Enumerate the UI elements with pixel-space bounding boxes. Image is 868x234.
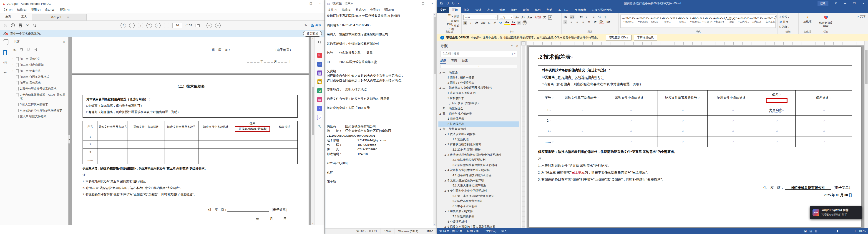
previous-page-button[interactable]: ↑	[129, 23, 135, 28]
grow-font-button[interactable]: A˄	[515, 16, 519, 19]
select-button[interactable]: ▷ 选择 ▾	[779, 25, 797, 29]
previous-view-button[interactable]: ←	[155, 23, 160, 28]
styles-more-button[interactable]: ▾	[774, 15, 777, 19]
minimize-button[interactable]: ─	[409, 0, 418, 7]
new-bookmark-icon[interactable]	[27, 48, 30, 52]
zoom-in-button[interactable]: +	[855, 230, 856, 233]
nav-item[interactable]: 2 附件2：分项报价表	[438, 80, 519, 86]
tab-selector[interactable]: L	[521, 41, 526, 46]
nav-options-icon[interactable]: ▾	[511, 44, 513, 48]
style-item[interactable]: AaBbCcDcfont71	[675, 16, 689, 27]
protect-icon[interactable]: ◇	[317, 115, 322, 120]
bookmark-item[interactable]: ›第三章 评审办法	[11, 68, 67, 74]
nav-item[interactable]: ◢2 财务状况报告的证明材料	[438, 142, 519, 147]
word-titlebar[interactable]: ↺ ↻ ▾ 国药器械-医疗设备采购06批-投标文件 - Word 登录 ⊓ ─ …	[437, 0, 868, 7]
zoom-out-button[interactable]: −	[820, 230, 822, 233]
paste-dropdown-icon[interactable]: ▾	[449, 27, 450, 29]
next-page-button[interactable]: ↓	[138, 23, 143, 28]
attachments-icon[interactable]: ✇	[3, 60, 7, 65]
expand-bookmark-icon[interactable]	[34, 48, 37, 52]
pdf-checkbox-has-deviation[interactable]: □有偏离（如有偏离，则应按照注释要求在本表中对偏离项逐一列明）	[86, 110, 294, 114]
sign-in-button[interactable]: 登录	[817, 1, 829, 6]
language-indicator[interactable]: 中文(中国)	[484, 229, 496, 233]
pdf-checkbox-no-deviation[interactable]: □无偏离（如无偏离，仅勾选无偏离即可）	[86, 104, 294, 108]
fill-sign-icon[interactable]: ✎	[317, 106, 322, 111]
bookmark-item[interactable]: 1.激光包埋盒打号机采购需求	[11, 86, 67, 92]
bookmark-item[interactable]: ›第一章 采购公告	[11, 56, 67, 62]
comment-pencil-icon[interactable]: ✎	[305, 23, 307, 28]
bookmark-item[interactable]: 第四章 合同条款及格式	[11, 74, 67, 80]
clear-formatting-button[interactable]: A⌫	[534, 16, 541, 19]
minimize-button[interactable]: ─	[841, 2, 850, 5]
signature-panel-button[interactable]: 签名面板	[303, 31, 322, 37]
last-page-button[interactable]: ↧	[147, 23, 152, 28]
tab-baidu-netdisk[interactable]: 百度网盘	[571, 7, 589, 13]
menu-view[interactable]: 查看(V)	[368, 7, 382, 13]
bookmark-item[interactable]: 第五章 采购需求	[11, 80, 67, 86]
word-document-area[interactable]: .2 技术偏差表↵ 对本项目技术条款的偏离情况（请进行勾选）： ☑无偏离（如无偏…	[527, 41, 868, 228]
style-item[interactable]: AaBbCcI↵标题 #5	[713, 16, 725, 27]
bookmark-options-icon[interactable]: ≡▾	[13, 48, 17, 52]
nav-tab-pages[interactable]: 页面	[451, 59, 457, 64]
notepad-titlebar[interactable]: ▤ *无标题 - 记事本 ─ ❐ ×	[326, 0, 437, 7]
nav-item[interactable]: ◢4 设备和专业技术能力的证明材料	[438, 168, 519, 173]
zoom-slider-knob[interactable]	[837, 230, 838, 232]
align-right-button[interactable]: ≡	[575, 20, 579, 24]
underline-button[interactable]: U▾	[474, 21, 479, 25]
tab-acrobat[interactable]: Acrobat	[555, 7, 571, 13]
signatures-icon[interactable]: ✒	[3, 70, 7, 76]
acrobat-titlebar[interactable]: ▲ J078.pdf - Adobe Acrobat Pro DC ─ ❐ ×	[0, 0, 324, 7]
nav-item[interactable]: 三、 开启记录表（软件里填）	[438, 101, 519, 106]
nav-item[interactable]: ◢1 依法设立的证明材料	[438, 132, 519, 137]
nav-item[interactable]: 6.1 第二类医疗器械经营备案凭证	[438, 194, 519, 199]
style-item[interactable]: AaBbC(↵标题一、	[725, 16, 737, 27]
nav-item-selected[interactable]: 2 技术偏差表	[438, 121, 519, 127]
pdf-document-area[interactable]: 供 应 商： （电子签章） ＿＿＿＿年＿＿＿月＿＿＿日 （二）技术偏差表 对本项…	[68, 37, 314, 225]
align-left-button[interactable]: ≡	[563, 20, 567, 24]
tab-home[interactable]: 主页	[0, 13, 16, 21]
collapse-panel-handle[interactable]: ◀	[68, 135, 70, 144]
bookmark-item[interactable]: ›第二章 供应商须知	[11, 62, 67, 68]
bookmark-item[interactable]: ›第六章 响应文件格式	[11, 114, 67, 119]
expand-arrow-icon[interactable]: ›	[12, 57, 15, 60]
close-button[interactable]: ×	[428, 0, 437, 7]
strikethrough-button[interactable]: abc	[480, 21, 486, 25]
organize-pages-icon[interactable]: ▦	[317, 97, 322, 102]
increase-indent-button[interactable]: ⇥	[591, 15, 595, 19]
character-shading-button[interactable]: A	[517, 21, 521, 25]
nav-item[interactable]: 1.1 营业执照	[438, 137, 519, 142]
align-center-button[interactable]: ≡	[569, 20, 573, 24]
tab-review[interactable]: 审阅	[520, 7, 532, 13]
create-pdf-icon[interactable]: ⇄	[317, 62, 322, 67]
expand-arrow-icon[interactable]: ›	[12, 69, 15, 72]
nav-item[interactable]: 4.1 设备和专业技术能力承诺函	[438, 173, 519, 178]
share-button[interactable]: ↗ 共享	[857, 14, 866, 19]
shading-button[interactable]: ◫▾	[599, 19, 604, 24]
highlight-color-button[interactable]: ab▾	[504, 20, 509, 25]
save-icon[interactable]	[3, 23, 7, 28]
zoom-out-button[interactable]: −	[207, 23, 212, 28]
restore-button[interactable]: ❐	[850, 2, 859, 5]
bookmark-item[interactable]: 2.半自动体外除颤器（AED）采购需求	[11, 92, 67, 101]
nav-jump-bar[interactable]: ↥	[440, 65, 517, 68]
notepad-text-content[interactable]: 盘锦辽油宝石花医院2025 年医疗设备采购第06 批项目 项目编号：0701-2…	[326, 13, 433, 184]
pdf-vertical-scrollbar[interactable]: ˄ ˅	[311, 37, 314, 225]
redo-icon[interactable]: ↻	[452, 2, 455, 5]
maximize-button[interactable]: ❐	[306, 0, 315, 7]
tab-mailings[interactable]: 邮件	[508, 7, 520, 13]
nav-item[interactable]: 1 法定代表人身份证明	[438, 91, 519, 96]
combine-files-icon[interactable]: ⧉	[317, 88, 322, 93]
tab-insert[interactable]: 插入	[461, 7, 472, 13]
nav-item[interactable]: 3.2 依法缴纳社会保障资金证明材料	[438, 163, 519, 168]
font-color-button[interactable]: A▾	[511, 20, 516, 25]
bold-button[interactable]: B	[463, 21, 467, 25]
scrollbar-thumb[interactable]	[865, 50, 868, 84]
page-indicator[interactable]: 第 14 页，共 57 页	[439, 229, 462, 233]
text-effects-button[interactable]: A▾	[498, 21, 502, 25]
maximize-button[interactable]: ❐	[418, 0, 428, 7]
tell-me-search[interactable]: ○ 操作说明搜索	[589, 7, 615, 13]
more-tools-icon[interactable]: 🔧	[317, 124, 322, 129]
character-border-button[interactable]: A	[548, 16, 552, 20]
checked-checkbox-icon[interactable]: ☑	[542, 75, 545, 79]
style-item[interactable]: AaBbCfont21	[650, 16, 659, 27]
